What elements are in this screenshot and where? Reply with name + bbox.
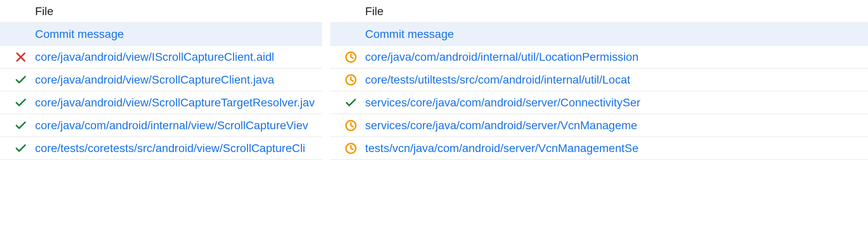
status-icon-cell: [7, 119, 35, 132]
file-row[interactable]: core/tests/utiltests/src/com/android/int…: [330, 68, 868, 91]
file-row[interactable]: core/java/com/android/internal/view/Scro…: [0, 114, 322, 137]
check-icon: [14, 96, 27, 109]
status-icon-cell: [7, 51, 35, 64]
status-icon-cell: [337, 142, 365, 155]
commit-message-link[interactable]: Commit message: [35, 28, 322, 41]
x-icon: [14, 51, 27, 64]
commit-message-row[interactable]: Commit message: [0, 23, 322, 46]
check-icon: [14, 142, 27, 155]
file-row[interactable]: core/tests/coretests/src/android/view/Sc…: [0, 137, 322, 160]
file-row[interactable]: services/core/java/com/android/server/Co…: [330, 91, 868, 114]
file-path-link[interactable]: core/java/android/view/IScrollCaptureCli…: [35, 51, 322, 64]
file-row[interactable]: core/java/android/view/IScrollCaptureCli…: [0, 46, 322, 68]
status-icon-cell: [337, 51, 365, 64]
clock-icon: [344, 142, 357, 155]
file-path-link[interactable]: core/java/com/android/internal/util/Loca…: [365, 51, 868, 64]
file-path-link[interactable]: services/core/java/com/android/server/Vc…: [365, 119, 868, 132]
status-icon-cell: [337, 73, 365, 86]
check-icon: [344, 96, 357, 109]
column-header-file: File: [35, 5, 322, 18]
file-path-link[interactable]: core/java/android/view/ScrollCaptureClie…: [35, 73, 322, 86]
file-path-link[interactable]: core/tests/utiltests/src/com/android/int…: [365, 73, 868, 86]
check-icon: [14, 73, 27, 86]
file-row[interactable]: core/java/android/view/ScrollCaptureClie…: [0, 68, 322, 91]
file-path-link[interactable]: tests/vcn/java/com/android/server/VcnMan…: [365, 142, 868, 155]
file-row[interactable]: services/core/java/com/android/server/Vc…: [330, 114, 868, 137]
column-header-file: File: [365, 5, 868, 18]
left-file-panel: File Commit message core/java/android/vi…: [0, 0, 322, 225]
status-icon-cell: [7, 96, 35, 109]
panel-divider: [322, 0, 330, 225]
column-header-row: File: [0, 0, 322, 23]
status-icon-cell: [7, 73, 35, 86]
commit-message-row[interactable]: Commit message: [330, 23, 868, 46]
commit-message-link[interactable]: Commit message: [365, 28, 868, 41]
clock-icon: [344, 73, 357, 86]
status-icon-cell: [337, 96, 365, 109]
status-icon-cell: [7, 142, 35, 155]
column-header-row: File: [330, 0, 868, 23]
status-icon-cell: [337, 119, 365, 132]
right-file-panel: File Commit message core/java/com/androi…: [330, 0, 868, 225]
file-path-link[interactable]: core/java/android/view/ScrollCaptureTarg…: [35, 96, 322, 109]
file-path-link[interactable]: core/tests/coretests/src/android/view/Sc…: [35, 142, 322, 155]
file-path-link[interactable]: core/java/com/android/internal/view/Scro…: [35, 119, 322, 132]
check-icon: [14, 119, 27, 132]
clock-icon: [344, 51, 357, 64]
file-row[interactable]: core/java/android/view/ScrollCaptureTarg…: [0, 91, 322, 114]
clock-icon: [344, 119, 357, 132]
file-path-link[interactable]: services/core/java/com/android/server/Co…: [365, 96, 868, 109]
file-row[interactable]: tests/vcn/java/com/android/server/VcnMan…: [330, 137, 868, 160]
file-row[interactable]: core/java/com/android/internal/util/Loca…: [330, 46, 868, 68]
